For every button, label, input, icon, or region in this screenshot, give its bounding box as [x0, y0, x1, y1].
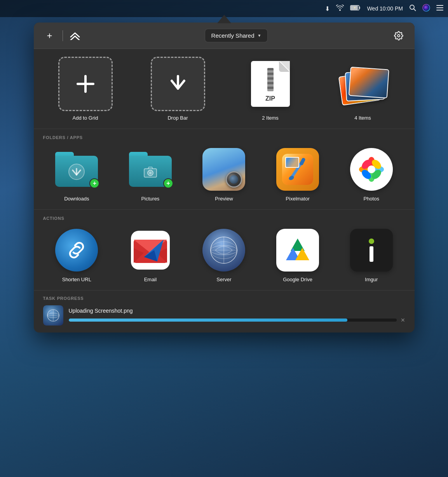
downloads-icon-wrap: +: [53, 146, 100, 193]
svg-point-6: [424, 5, 429, 10]
imgur-label: Imgur: [365, 277, 378, 282]
pictures-label: Pictures: [141, 196, 159, 202]
wifi-icon: [336, 5, 344, 12]
photos-app-icon: [350, 148, 393, 191]
shorten-url-app-icon: [55, 229, 98, 272]
svg-rect-7: [436, 5, 443, 6]
task-row: Uploading Screenshot.png ✕: [43, 305, 405, 326]
imgur-stem: [370, 246, 373, 262]
download-icon: ⬇: [325, 5, 330, 12]
four-items-label: 4 Items: [354, 115, 371, 121]
pixelmator-item[interactable]: Pixelmator: [264, 146, 331, 202]
photos-svg: [356, 154, 387, 185]
task-globe-icon: [46, 308, 60, 322]
svg-line-4: [414, 9, 416, 11]
link-svg: [64, 238, 89, 263]
email-icon-wrap: [127, 227, 174, 273]
folders-apps-row: + Downloads: [43, 146, 405, 202]
zip-file-icon: ZIP: [251, 61, 290, 107]
pixelmator-app-icon: [276, 148, 319, 191]
two-items[interactable]: ZIP 2 Items: [228, 57, 313, 121]
email-label: Email: [144, 277, 157, 282]
folders-section: FOLDERS / APPS: [34, 129, 415, 210]
task-filename: Uploading Screenshot.png: [69, 308, 405, 314]
preview-lens-inner: [230, 175, 238, 184]
task-icon: [43, 305, 63, 326]
svg-point-10: [397, 35, 400, 37]
photos-item[interactable]: Photos: [338, 146, 405, 202]
zip-stack: ZIP: [243, 57, 298, 111]
zip-zipper: [267, 68, 274, 91]
imgur-item[interactable]: Imgur: [338, 227, 405, 282]
header-divider: [63, 30, 63, 41]
photo-stack: [336, 57, 390, 111]
server-app-icon: [202, 229, 245, 272]
settings-button[interactable]: [392, 29, 405, 42]
task-info: Uploading Screenshot.png ✕: [69, 308, 405, 323]
server-icon-wrap: [200, 227, 247, 273]
popup-arrow: [217, 15, 231, 23]
svg-rect-1: [359, 7, 360, 9]
actions-section-title: ACTIONS: [43, 216, 405, 221]
imgur-app-icon: [350, 229, 393, 272]
email-item[interactable]: Email: [117, 227, 184, 282]
photos-label: Photos: [363, 196, 379, 202]
actions-apps-row: Shorten URL: [43, 227, 405, 282]
drop-bar-label: Drop Bar: [167, 115, 188, 121]
preview-lens: [226, 171, 242, 188]
recently-shared-dropdown[interactable]: Recently Shared ▼: [205, 29, 268, 42]
downloads-badge: +: [89, 178, 99, 188]
pictures-badge: +: [163, 178, 173, 188]
downloads-label: Downloads: [64, 196, 89, 202]
dropdown-arrow-icon: ▼: [258, 33, 261, 38]
collapse-button[interactable]: [69, 31, 81, 40]
progress-bar-background: [69, 319, 397, 322]
google-drive-icon-wrap: [274, 227, 321, 273]
preview-icon-wrap: [200, 146, 247, 193]
progress-bar-wrap: ✕: [69, 317, 405, 323]
imgur-dot: [369, 238, 374, 244]
shorten-url-icon-wrap: [53, 227, 100, 273]
siri-icon[interactable]: [422, 4, 430, 13]
download-arrow-icon: [167, 73, 189, 95]
photos-icon-wrap: [348, 146, 395, 193]
svg-rect-2: [351, 6, 358, 10]
add-button[interactable]: +: [43, 29, 56, 42]
preview-app-icon: [202, 148, 245, 191]
server-item[interactable]: Server: [190, 227, 258, 282]
progress-bar-fill: [69, 319, 347, 322]
folders-section-title: FOLDERS / APPS: [43, 135, 405, 140]
downloads-item[interactable]: + Downloads: [43, 146, 111, 202]
four-items[interactable]: 4 Items: [321, 57, 405, 121]
pictures-item[interactable]: + Pictures: [117, 146, 184, 202]
task-app-icon: [43, 305, 63, 326]
photo-card-front: [348, 66, 389, 98]
shorten-url-item[interactable]: Shorten URL: [43, 227, 111, 282]
pictures-camera-icon: [142, 163, 159, 183]
svg-rect-9: [436, 10, 443, 10]
task-progress-section: TASK PROGRESS Uploading Screenshot.png: [34, 291, 415, 333]
cancel-task-button[interactable]: ✕: [401, 317, 405, 323]
preview-item[interactable]: Preview: [190, 146, 258, 202]
pixelmator-icon-wrap: [274, 146, 321, 193]
server-label: Server: [216, 277, 231, 282]
actions-section: ACTIONS Shorten URL: [34, 210, 415, 291]
two-items-label: 2 Items: [262, 115, 279, 121]
drop-bar-item[interactable]: Drop Bar: [136, 57, 220, 121]
search-icon[interactable]: [409, 4, 416, 13]
imgur-i-icon: [369, 238, 374, 262]
task-progress-title: TASK PROGRESS: [43, 296, 405, 301]
imgur-icon-wrap: [348, 227, 395, 273]
google-drive-svg: [282, 235, 313, 266]
add-to-grid-item[interactable]: Add to Grid: [43, 57, 128, 121]
menubar-items: ⬇ Wed 10:00 PM: [325, 4, 443, 13]
svg-rect-25: [286, 158, 298, 167]
pictures-icon-wrap: +: [127, 146, 174, 193]
drop-bar-box: [151, 57, 205, 111]
google-drive-item[interactable]: Google Drive: [264, 227, 331, 282]
add-to-grid-label: Add to Grid: [73, 115, 98, 121]
shorten-url-label: Shorten URL: [62, 277, 91, 282]
menu-icon[interactable]: [436, 5, 443, 12]
email-svg: [129, 229, 172, 272]
globe-svg: [208, 235, 239, 266]
